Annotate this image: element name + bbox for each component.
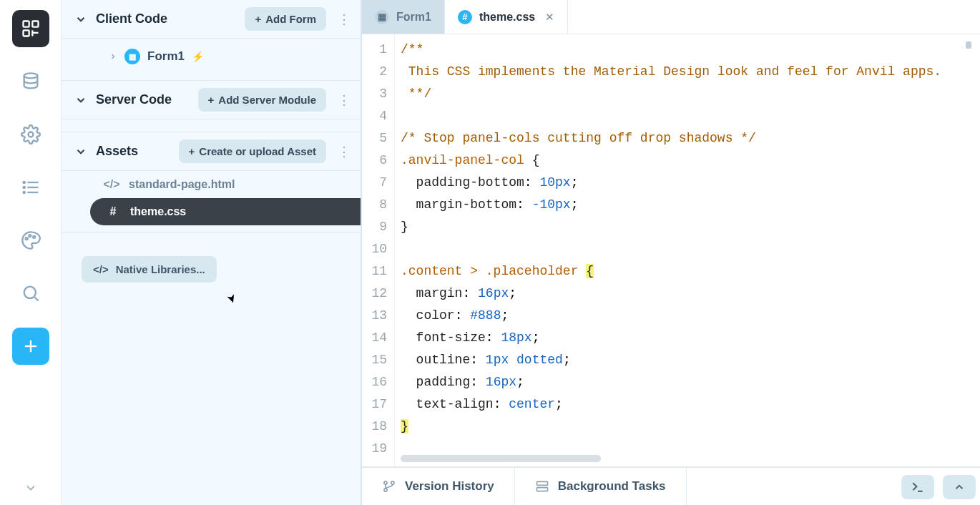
editor-tab-active[interactable]: #theme.css✕ [445,0,568,34]
plus-icon: + [255,13,261,25]
code-line[interactable] [401,238,980,260]
chevron-down-icon[interactable] [74,13,87,26]
chevron-down-icon[interactable] [74,145,87,158]
create-upload-asset-button[interactable]: + Create or upload Asset [179,139,326,163]
rail-database-icon[interactable] [12,63,49,100]
tab-bar: ▦Form1#theme.css✕ [362,0,980,34]
tab-label: Form1 [396,11,431,24]
rail-list-icon[interactable] [12,169,49,206]
version-history-tab[interactable]: Version History [362,468,515,505]
svg-point-11 [25,237,27,240]
code-line[interactable]: font-size: 18px; [401,327,980,349]
rail-settings-icon[interactable] [12,116,49,153]
rail-app-tree-icon[interactable] [12,10,49,47]
code-editor[interactable]: 12345678910111213141516171819 /** This C… [362,34,980,466]
asset-label: standard-page.html [129,178,235,191]
mouse-cursor-icon: ➤ [224,292,240,305]
asset-list: </>standard-page.html#theme.css [62,171,361,225]
client-code-menu-icon[interactable]: ⋮ [335,11,353,27]
plus-icon: + [208,94,215,106]
assets-menu-icon[interactable]: ⋮ [335,144,353,160]
code-line[interactable]: .anvil-panel-col { [401,149,980,172]
form-label: Form1 [147,49,185,64]
startup-form-bolt-icon: ⚡ [192,51,204,62]
hash-icon: # [106,205,120,218]
svg-rect-1 [32,21,38,27]
svg-point-14 [24,287,35,298]
rail-add-button[interactable] [12,328,49,365]
code-line[interactable]: } [401,416,980,438]
tab-type-icon: ▦ [375,10,389,24]
svg-point-3 [24,73,37,78]
code-line[interactable]: margin-bottom: -10px; [401,194,980,216]
code-line[interactable]: margin: 16px; [401,283,980,305]
server-code-menu-icon[interactable]: ⋮ [335,92,353,108]
svg-point-12 [29,235,31,237]
code-line[interactable]: outline: 1px dotted; [401,349,980,371]
panel-collapse-button[interactable] [943,475,976,499]
tab-type-icon: # [458,10,472,24]
native-libraries-button[interactable]: </> Native Libraries... [82,256,217,283]
status-bar: Version History Background Tasks [362,466,980,505]
plus-icon: + [189,145,195,157]
svg-rect-2 [23,30,29,36]
svg-point-20 [391,481,394,484]
code-line[interactable]: **/ [401,83,980,105]
add-form-button[interactable]: + Add Form [245,7,326,31]
section-header-assets: Assets + Create or upload Asset ⋮ [62,132,361,171]
section-header-server-code: Server Code + Add Server Module ⋮ [62,81,361,119]
svg-rect-22 [536,488,547,491]
code-line[interactable]: padding-bottom: 10px; [401,172,980,194]
svg-point-19 [384,489,387,491]
rail-theme-icon[interactable] [12,222,49,259]
chevron-down-icon[interactable] [74,94,87,107]
horizontal-scrollbar[interactable] [401,455,601,462]
code-tag-icon: </> [104,178,119,191]
svg-point-8 [23,182,24,183]
section-header-client-code: Client Code + Add Form ⋮ [62,0,361,39]
icon-rail [0,0,62,505]
svg-point-9 [23,187,24,188]
editor-tab[interactable]: ▦Form1 [362,0,445,34]
chevron-right-icon [109,52,117,61]
svg-point-18 [384,481,387,484]
console-toggle-button[interactable] [901,475,934,499]
tasks-icon [535,479,549,494]
tab-label: theme.css [479,11,535,24]
code-line[interactable]: color: #888; [401,305,980,327]
code-line[interactable]: /** [401,39,980,61]
code-line[interactable]: padding: 16px; [401,371,980,393]
svg-line-15 [34,297,38,300]
rail-search-icon[interactable] [12,275,49,312]
tab-close-icon[interactable]: ✕ [545,11,554,24]
line-number-gutter: 12345678910111213141516171819 [362,34,395,466]
svg-point-13 [33,236,35,238]
svg-rect-21 [536,481,547,485]
code-line[interactable]: This CSS implements the Material Design … [401,61,980,83]
code-line[interactable]: /* Stop panel-cols cutting off drop shad… [401,127,980,149]
svg-point-4 [28,132,33,137]
form-tree-item[interactable]: ▦ Form1 ⚡ [62,39,361,81]
editor-area: ▦Form1#theme.css✕ 1234567891011121314151… [362,0,980,505]
form-icon: ▦ [124,49,140,64]
code-line[interactable]: text-align: center; [401,393,980,416]
asset-label: theme.css [130,205,186,218]
asset-item[interactable]: </>standard-page.html [62,171,361,198]
section-title: Assets [96,144,138,159]
code-lines[interactable]: /** This CSS implements the Material Des… [395,34,980,466]
section-title: Client Code [96,11,167,26]
minimap-stub [966,41,971,49]
branch-icon [382,479,396,494]
code-line[interactable] [401,105,980,127]
rail-collapse-icon[interactable] [12,476,49,499]
code-tag-icon: </> [93,263,109,275]
asset-item-active[interactable]: #theme.css [90,198,361,225]
section-title: Server Code [96,92,172,107]
svg-point-10 [23,192,24,193]
add-server-module-button[interactable]: + Add Server Module [198,88,326,112]
svg-rect-0 [23,21,29,27]
code-line[interactable]: .content > .placeholder { [401,260,980,283]
background-tasks-tab[interactable]: Background Tasks [515,468,687,505]
app-outline-panel: Client Code + Add Form ⋮ ▦ Form1 ⚡ Serve… [62,0,362,505]
code-line[interactable]: } [401,216,980,238]
